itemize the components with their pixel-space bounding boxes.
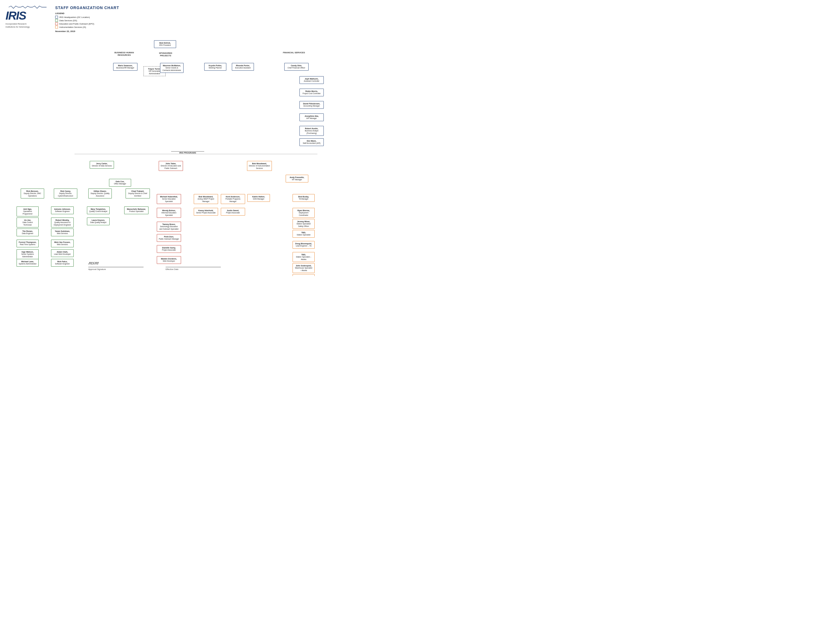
node-cfo: Candy Shin, Chief Financial Officer [284,63,309,71]
node-ap-mgr: Josephine Aka, A/P Manager [300,113,324,121]
legend-item-ds: Data Services (DS) [55,19,326,22]
node-dir-data-svc: Jerry Carter, Director of Data Services [90,161,114,169]
section-financial: FINANCIAL SERVICES [282,51,306,54]
node-web-dev: Maiden Dordevic, Web Developer [157,256,181,264]
title-section: STAFF ORGANIZATION CHART LEGEND IRIS Hea… [55,6,326,33]
iris-logo: IRIS [6,10,55,22]
node-station-spec-alaska: TBD, Station Specialist – Alaska [293,252,315,262]
node-business-analyst: Robert Austin, Business Analyst (Purchas… [300,126,324,136]
legend-item-hq: IRIS Headquarters (DC Location) [55,16,326,19]
node-senior-grants-2: Maureen McMahon, Senior Grants & Contrac… [160,63,183,73]
legend-item-is: Instrumentation Services (IS) [55,26,326,28]
node-mt-mgr: Andy Frassetto, MT Manager [285,175,308,182]
node-ops-programmer: Anh Ngo, Operations Programmer [17,206,39,217]
node-president: Bob Detrick, IRIS President [154,40,176,48]
node-business-hr-mgr: Maris Swanson, Business/HR Manager [113,63,138,71]
node-obsp-mgr: Bob Woodward, Acting OBSP Project Manage… [194,194,218,204]
node-cyberinfra: Rob Casey, Deputy Director, Cyberinfrast… [54,188,77,198]
node-project-cost-ctrl: Robin Morris, Project Cost Controller [300,89,324,96]
legend-box-ds [55,19,58,22]
node-qa-deploy-eng: Robert Weekly, Quality Assurance & Deplo… [51,218,74,228]
node-acctg-mgr: David Fillesbrown, Accounting Manager [300,101,324,109]
node-seis-edu: Tammy Bravo, Seismology Education and Ou… [157,221,181,232]
approval-sig-block: 𝑚𝑠𝑚 Approval Signature [88,259,144,270]
node-proj-assoc: Justin Sweet, Project Associate [221,208,245,215]
node-rt-systems: Forrest Thompson, Real Time Systems [17,240,39,247]
page: IRIS Incorporated Research Institutions … [6,6,326,270]
date-section: November 22, 2019 [55,30,326,33]
node-web-services1: Yazan Suleiman, Web Services [51,229,74,236]
node-sw-engineer: Autumn Johnson, Software Engineer [51,206,74,214]
node-sys-admin: Inge Watson, Senior Systems Administrato… [17,249,39,259]
node-sys-admin2: Michael Lane, Systems Administrator [17,259,39,267]
node-sr-edu-specialist: Michael Hubenthal, Senior Education Spec… [157,194,181,204]
node-warehouse-alaska: John Soderquist, Warehouse Specialist – … [293,263,315,273]
legend-item-epo: Education and Public Outreach (EPO) [55,22,326,25]
node-ta-mgr: Bob Busby, TA Manager [293,194,315,202]
node-informal-edu: Wendy Bohon, Informal Education Speciali… [157,208,181,218]
node-lead-eng-ta: Doug Bloomquist, Lead Engineer – TA [293,241,315,249]
header-area: IRIS Incorporated Research Institutions … [6,6,326,33]
chart-title: STAFF ORGANIZATION CHART [55,6,326,10]
node-data-ctrl-tech: Un Joe, Data Control Technician [17,218,39,228]
sig-value: 𝑚𝑠𝑚 [88,259,144,267]
node-asst-controller: Jeph Mathurin, Assistant Controller [300,76,324,84]
node-dq-analyst: Laura Keyson, Data Quality Analyst [87,218,110,225]
node-sw-engineer2: Nick Falco, Software Engineer [51,259,74,267]
node-data-engineer: Tim Ronan, Data Engineer [17,229,39,236]
node-exec-assistant: Rhonda Porter, Executive Assistant [232,63,254,71]
node-gsn-mgr: Katrin Hafner, GSN Manager [247,194,270,202]
node-portable-prog-mgr: Kent Anderson, Portable Programs Manager [221,194,245,204]
iris-wave-icon [6,6,50,9]
iris-subtitle: Incorporated Research Institutions for S… [6,23,55,28]
legend-section: LEGEND IRIS Headquarters (DC Location) D… [55,12,326,28]
node-public-outreach-mgr: Perle Dorr, Public Outreach Manager [157,234,181,242]
node-dir-is: Bob Woodward, Director of Instrumentatio… [247,161,272,171]
node-lead-web-dev: Adam Clark, Lead Web Developer [51,249,74,257]
node-sr-proj-assoc: Kasey Aderhold, Senior Project Associate [194,208,218,215]
node-staff-accountant: Dee Mann, Staff Accountant (A/R) [300,138,324,146]
date-label: Effective Date [166,268,179,270]
node-web-services2: Mick Van Fossen, Web Services [51,240,74,247]
sig-line: 𝑚𝑠𝑚 [88,259,144,267]
node-proj-assoc2: Danielle Sumy, Project Associate [157,245,181,253]
node-chief-architect: Chad Trabant, Deputy Director & Chief Ar… [125,188,150,198]
section-programs: IRIS PROGRAMS [171,151,204,154]
legend-box-hq [55,16,58,19]
node-dir-epo: John Taber, Director of Education and Pu… [159,161,183,171]
node-meeting-planner: Krystin Poltra, Meeting Planner [204,63,226,71]
org-chart: BUSINESS/ HUMAN RESOURCES SPONSORED PROJ… [6,35,326,251]
legend-box-is [55,26,58,28]
logo-section: IRIS Incorporated Research Institutions … [6,6,55,28]
node-station-spec-safety: Jeremy Miner, Station Specialist/ Safety… [293,219,315,229]
node-qa-dir: Gillian Sharer, Deputy Director, Quality… [88,188,112,198]
node-office-mgr: Gale Cox, Office Manager [109,179,131,187]
node-deploy-coord: Ryan Bierma, Deployment Coordinator [293,208,315,218]
node-qc-analyst: Mary Templeton, Quality Control Analyst [87,206,110,214]
section-business-hr: BUSINESS/ HUMAN RESOURCES [113,51,135,56]
legend-box-epo [55,22,58,25]
section-sponsored: SPONSORED PROJECTS [156,52,175,57]
node-alaska-permit: Molly Staats, Alaska Permit Coordinator [293,274,315,276]
legend-title: LEGEND [55,12,326,15]
node-dmc-ops: Rick Benson, Deputy Director, DMC Operat… [21,188,44,198]
node-product-specialist: Manochehr Bahavar, Product Specialist [124,206,149,214]
sig-label: Approval Signature [88,268,106,270]
node-station-spec-tbd: TBD, Station Specialist [293,230,315,238]
